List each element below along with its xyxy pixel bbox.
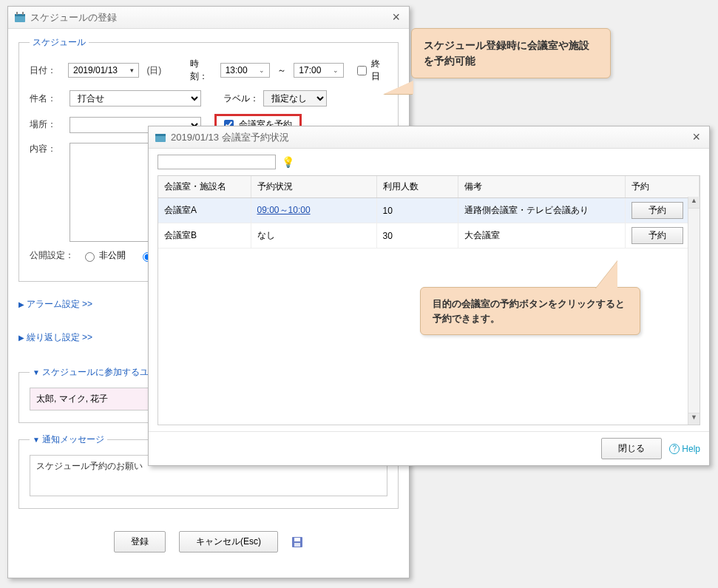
callout-register-reserve: スケジュール登録時に会議室や施設を予約可能 [411, 28, 611, 78]
cell-remark: 大会議室 [458, 223, 626, 249]
close-button[interactable]: 閉じる [601, 438, 662, 459]
svg-rect-6 [294, 543, 300, 547]
close-icon[interactable]: × [389, 10, 403, 25]
chevron-down-icon[interactable]: ⌄ [259, 67, 265, 74]
col-status[interactable]: 予約状況 [251, 176, 376, 198]
close-icon[interactable]: × [689, 129, 703, 145]
titlebar[interactable]: スケジュールの登録 × [8, 7, 409, 29]
subject-select[interactable]: 打合せ [70, 90, 201, 107]
timeslot-link[interactable]: 09:00～10:00 [257, 205, 311, 215]
svg-rect-8 [155, 134, 166, 136]
time-label: 時刻： [190, 58, 215, 83]
cell-name: 会議室A [158, 198, 251, 223]
labelsel-label: ラベル： [223, 92, 259, 105]
cell-status: 09:00～10:00 [251, 198, 376, 223]
reserve-button[interactable]: 予約 [631, 202, 683, 219]
calendar-icon [14, 12, 26, 24]
col-capacity[interactable]: 利用人数 [376, 176, 458, 198]
cancel-button[interactable]: キャンセル(Esc) [179, 531, 278, 552]
scroll-up-icon[interactable]: ▲ [688, 197, 700, 209]
content-label: 内容： [30, 143, 65, 155]
svg-rect-2 [16, 12, 18, 15]
cell-remark: 通路側会議室・テレビ会議あり [458, 198, 626, 223]
time-from-input[interactable]: 13:00 ⌄ [220, 63, 271, 78]
time-to-value: 17:00 [299, 65, 321, 75]
calendar-icon [155, 132, 166, 143]
visibility-label: 公開設定： [30, 249, 77, 262]
subject-label: 件名： [30, 92, 65, 105]
svg-rect-5 [294, 538, 300, 541]
cell-capacity: 10 [376, 198, 458, 223]
scroll-down-icon[interactable]: ▼ [688, 413, 700, 425]
reservation-table: 会議室・施設名 予約状況 利用人数 備考 予約 会議室A09:00～10:001… [158, 176, 700, 249]
chevron-down-icon[interactable]: ⌄ [333, 67, 339, 74]
help-label: Help [682, 444, 700, 454]
users-box[interactable]: 太郎, マイク, 花子 [30, 388, 163, 410]
date-label: 日付： [30, 64, 64, 77]
reserve-button[interactable]: 予約 [631, 227, 683, 244]
radio-private[interactable] [85, 252, 95, 262]
dropdown-icon[interactable]: ▾ [130, 67, 134, 74]
window-title: スケジュールの登録 [30, 11, 117, 24]
label-select[interactable]: 指定なし [263, 90, 327, 107]
vertical-scrollbar[interactable]: ▲ ▼ [688, 197, 700, 425]
table-row[interactable]: 会議室Bなし30大会議室予約 [158, 223, 700, 249]
cell-status: なし [251, 223, 376, 249]
date-value: 2019/01/13 [73, 65, 118, 75]
table-row[interactable]: 会議室A09:00～10:0010通路側会議室・テレビ会議あり予約 [158, 198, 700, 223]
col-name[interactable]: 会議室・施設名 [158, 176, 251, 198]
allday-checkbox[interactable] [357, 66, 367, 75]
alarm-settings-link[interactable]: アラーム設定 >> [18, 298, 92, 311]
allday-label: 終日 [371, 58, 387, 83]
help-link[interactable]: ? Help [669, 444, 700, 454]
repeat-settings-link[interactable]: 繰り返し設定 >> [18, 331, 92, 344]
search-input[interactable] [158, 155, 276, 169]
private-label: 非公開 [99, 249, 126, 262]
cell-name: 会議室B [158, 223, 251, 249]
lightbulb-icon[interactable]: 💡 [282, 156, 294, 168]
weekday-text: (日) [146, 64, 161, 77]
window-title: 2019/01/13 会議室予約状況 [171, 131, 289, 144]
cell-capacity: 30 [376, 223, 458, 249]
svg-rect-3 [22, 12, 24, 15]
notify-legend[interactable]: 通知メッセージ [30, 433, 107, 446]
allday-checkbox-wrap[interactable]: 終日 [354, 58, 387, 83]
place-label: 場所： [30, 118, 65, 131]
schedule-legend: スケジュール [30, 36, 89, 49]
callout-click-reserve: 目的の会議室の予約ボタンをクリックすると予約できます。 [420, 287, 640, 335]
tilde: ～ [277, 64, 286, 77]
col-remark[interactable]: 備考 [458, 176, 626, 198]
status-text: なし [257, 230, 275, 240]
col-reserve[interactable]: 予約 [626, 176, 700, 198]
save-icon[interactable] [291, 536, 303, 548]
visibility-private[interactable]: 非公開 [81, 249, 126, 262]
time-from-value: 13:00 [226, 65, 248, 75]
titlebar[interactable]: 2019/01/13 会議室予約状況 × [149, 126, 709, 149]
time-to-input[interactable]: 17:00 ⌄ [294, 63, 344, 78]
register-button[interactable]: 登録 [114, 531, 166, 552]
date-input[interactable]: 2019/01/13 ▾ [68, 63, 139, 78]
help-icon: ? [669, 444, 680, 454]
